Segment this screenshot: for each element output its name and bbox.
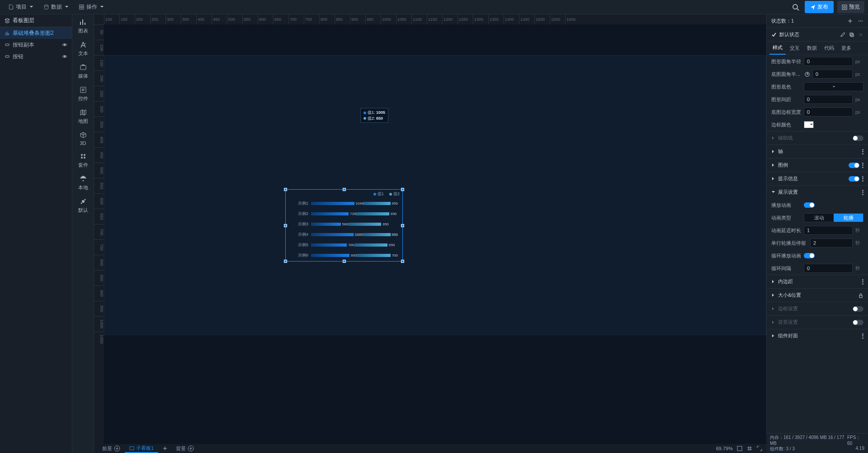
svg-rect-11 <box>80 65 86 70</box>
section-legend[interactable]: 图例 <box>778 162 788 168</box>
tab-foreground[interactable]: 前景 <box>98 444 125 453</box>
resize-handle[interactable] <box>401 188 404 191</box>
right-tab[interactable]: 更多 <box>838 42 854 54</box>
resize-handle[interactable] <box>284 260 287 263</box>
animtype-scroll[interactable]: 滚动 <box>804 214 834 222</box>
bgcolor-dropdown[interactable] <box>804 82 863 91</box>
svg-point-17 <box>82 200 85 203</box>
play-anim-toggle[interactable] <box>804 202 815 208</box>
right-tab[interactable]: 样式 <box>769 42 786 55</box>
menu-data[interactable]: 数据 <box>39 3 74 11</box>
resize-handle[interactable] <box>284 188 287 191</box>
plus-icon[interactable] <box>114 445 120 452</box>
fit-icon[interactable] <box>736 445 743 452</box>
right-tab[interactable]: 代码 <box>821 42 837 54</box>
expand-icon[interactable] <box>756 445 763 452</box>
tool-text[interactable]: 文本 <box>78 41 88 57</box>
add-state-icon[interactable] <box>847 18 853 24</box>
prop-label: 边框颜色 <box>771 121 801 128</box>
tool-3d[interactable]: 3D <box>79 131 87 146</box>
animtype-rotate[interactable]: 轮播 <box>834 214 863 222</box>
svg-point-8 <box>64 44 66 46</box>
svg-point-26 <box>862 21 863 22</box>
gap-input[interactable] <box>804 95 853 104</box>
chart-tooltip: 值1: 1005 值2: 650 <box>360 108 388 123</box>
svg-point-10 <box>64 56 66 57</box>
right-tab[interactable]: 交互 <box>787 42 803 54</box>
default-state-label: 默认状态 <box>779 31 799 38</box>
tab-child-dashboard[interactable]: 子看板1 <box>125 444 158 453</box>
border-toggle[interactable] <box>853 306 863 312</box>
loop-gap-input[interactable] <box>804 264 853 273</box>
svg-rect-9 <box>5 56 9 57</box>
plus-icon[interactable] <box>188 445 194 452</box>
anim-delay-input[interactable] <box>804 226 853 235</box>
visibility-icon[interactable] <box>62 54 67 59</box>
section-padding[interactable]: 内边距 <box>778 278 793 285</box>
svg-point-13 <box>81 154 83 156</box>
lock-icon[interactable] <box>858 293 863 298</box>
copy-icon[interactable] <box>849 32 854 37</box>
edit-icon[interactable] <box>840 32 845 37</box>
more-icon[interactable] <box>858 18 863 24</box>
tool-default[interactable]: 默认 <box>78 197 88 214</box>
layer-item[interactable]: 按钮副本 <box>0 39 72 51</box>
bg-border-width-input[interactable] <box>804 107 853 117</box>
tool-media[interactable]: 媒体 <box>78 63 88 79</box>
menu-operation[interactable]: 操作 <box>74 3 109 11</box>
tab-add[interactable]: + <box>158 444 171 453</box>
tab-background[interactable]: 背景 <box>171 444 198 453</box>
corner-radius-input[interactable] <box>804 57 853 66</box>
prop-label: 图形底色 <box>771 84 801 90</box>
tool-map[interactable]: 地图 <box>78 108 88 125</box>
bg-corner-radius-input[interactable] <box>812 70 853 79</box>
resize-handle[interactable] <box>284 224 287 227</box>
dashboard-surface[interactable]: 值1 值2 示例11048650示例2735650示例3580650示例4100… <box>104 55 766 335</box>
preview-button[interactable]: 预览 <box>837 1 864 13</box>
bar-row: 示例2735650 <box>294 211 398 217</box>
search-icon[interactable] <box>792 4 799 11</box>
canvas-stage[interactable]: 值1 值2 示例11048650示例2735650示例3580650示例4100… <box>104 24 766 444</box>
svg-rect-30 <box>859 295 862 298</box>
publish-button[interactable]: 发布 <box>805 1 834 13</box>
close-icon[interactable] <box>858 32 863 37</box>
tooltip-toggle[interactable] <box>849 176 859 182</box>
section-guide[interactable]: 辅助线 <box>778 135 793 141</box>
selected-chart-widget[interactable]: 值1 值2 示例11048650示例2735650示例3580650示例4100… <box>285 189 403 262</box>
guide-toggle[interactable] <box>853 135 863 141</box>
section-bg[interactable]: 背景设置 <box>778 319 798 326</box>
status-bar: 内存：161 / 3927 / 4096 MB 16 / 177 MBFPS：6… <box>766 433 868 453</box>
row-stay-input[interactable] <box>810 238 853 248</box>
section-sizepos[interactable]: 大小&位置 <box>778 292 801 299</box>
prop-label: 图形圆角半径 <box>771 58 801 65</box>
grid-icon[interactable] <box>746 445 753 452</box>
help-icon[interactable] <box>805 72 810 77</box>
state-count-label: 状态数：1 <box>771 18 794 24</box>
section-border[interactable]: 边框设置 <box>778 305 798 312</box>
resize-handle[interactable] <box>343 188 346 191</box>
menu-project[interactable]: 项目 <box>4 3 39 11</box>
border-color-swatch[interactable] <box>804 121 814 128</box>
resize-handle[interactable] <box>401 260 404 263</box>
tool-local[interactable]: 本地 <box>78 175 88 191</box>
check-icon <box>771 32 777 37</box>
layer-item[interactable]: 按钮 <box>0 51 72 62</box>
tool-chart[interactable]: 图表 <box>78 18 88 34</box>
loop-anim-toggle[interactable] <box>804 253 815 258</box>
right-tab[interactable]: 数据 <box>804 42 820 54</box>
visibility-icon[interactable] <box>62 42 67 47</box>
section-wrap[interactable]: 组件封面 <box>778 332 798 339</box>
prop-label: 单行轮播后停留 <box>771 240 807 247</box>
tool-control[interactable]: 控件 <box>78 86 88 102</box>
legend-toggle[interactable] <box>849 163 859 168</box>
section-axis[interactable]: 轴 <box>778 148 783 155</box>
tool-suite[interactable]: 套件 <box>78 152 88 168</box>
svg-point-19 <box>80 203 82 204</box>
section-display[interactable]: 展示设置 <box>778 189 798 196</box>
resize-handle[interactable] <box>401 224 404 227</box>
section-tooltip[interactable]: 提示信息 <box>778 175 798 182</box>
svg-point-16 <box>84 157 85 159</box>
layer-item[interactable]: 基础堆叠条形图2 <box>0 27 72 39</box>
bg-toggle[interactable] <box>853 320 863 325</box>
resize-handle[interactable] <box>343 260 346 263</box>
